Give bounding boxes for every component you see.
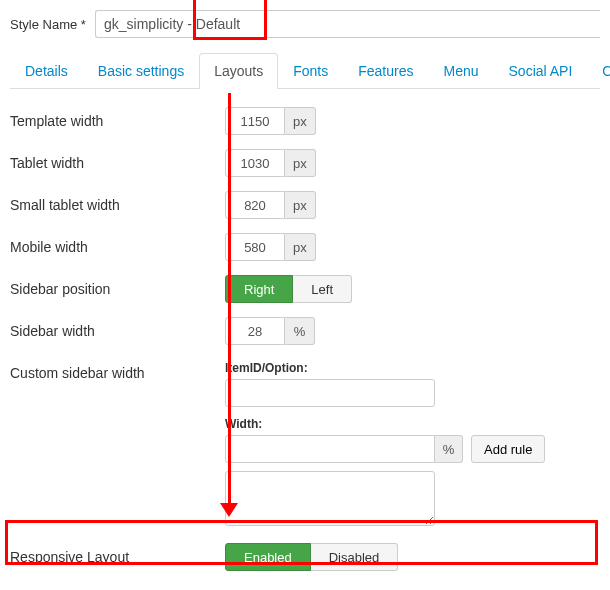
mobile-width-unit: px — [285, 233, 316, 261]
responsive-layout-label: Responsive Layout — [10, 543, 225, 565]
tablet-width-unit: px — [285, 149, 316, 177]
template-width-unit: px — [285, 107, 316, 135]
custom-rules-textarea[interactable] — [225, 471, 435, 526]
small-tablet-width-label: Small tablet width — [10, 191, 225, 213]
sidebar-width-label: Sidebar width — [10, 317, 225, 339]
itemid-option-input[interactable] — [225, 379, 435, 407]
sidebar-position-left-button[interactable]: Left — [293, 275, 352, 303]
tab-basic-settings[interactable]: Basic settings — [83, 53, 199, 88]
responsive-enabled-button[interactable]: Enabled — [225, 543, 311, 571]
tab-menu[interactable]: Menu — [428, 53, 493, 88]
custom-width-label: Width: — [225, 417, 600, 431]
template-width-input[interactable] — [225, 107, 285, 135]
sidebar-width-input[interactable] — [225, 317, 285, 345]
sidebar-width-unit: % — [285, 317, 315, 345]
tablet-width-label: Tablet width — [10, 149, 225, 171]
responsive-disabled-button[interactable]: Disabled — [311, 543, 399, 571]
tab-social-api[interactable]: Social API — [494, 53, 588, 88]
tab-details[interactable]: Details — [10, 53, 83, 88]
itemid-option-label: ItemID/Option: — [225, 361, 600, 375]
tab-cookie[interactable]: Cookie — [587, 53, 610, 88]
sidebar-position-right-button[interactable]: Right — [225, 275, 293, 303]
template-width-label: Template width — [10, 107, 225, 129]
tab-layouts[interactable]: Layouts — [199, 53, 278, 89]
mobile-width-input[interactable] — [225, 233, 285, 261]
custom-width-unit: % — [435, 435, 463, 463]
custom-width-input[interactable] — [225, 435, 435, 463]
small-tablet-width-input[interactable] — [225, 191, 285, 219]
style-name-label: Style Name * — [10, 17, 95, 32]
tabs-nav: Details Basic settings Layouts Fonts Fea… — [10, 53, 600, 89]
sidebar-position-label: Sidebar position — [10, 275, 225, 297]
custom-sidebar-width-label: Custom sidebar width — [10, 359, 225, 381]
small-tablet-width-unit: px — [285, 191, 316, 219]
add-rule-button[interactable]: Add rule — [471, 435, 545, 463]
style-name-input[interactable] — [95, 10, 600, 38]
tab-fonts[interactable]: Fonts — [278, 53, 343, 88]
tab-features[interactable]: Features — [343, 53, 428, 88]
mobile-width-label: Mobile width — [10, 233, 225, 255]
tablet-width-input[interactable] — [225, 149, 285, 177]
